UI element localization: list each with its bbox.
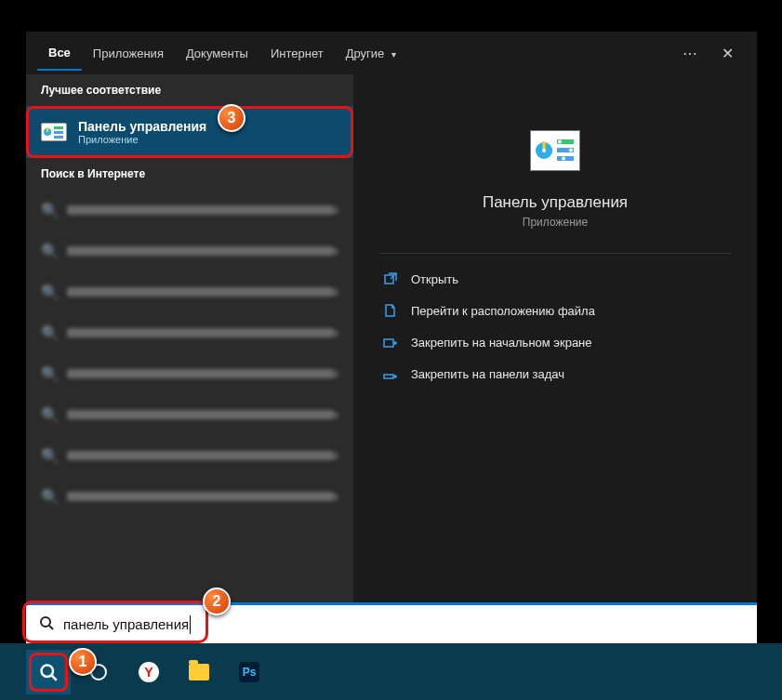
folder-icon xyxy=(383,303,398,318)
yandex-icon: Y xyxy=(139,662,159,682)
preview-sub: Приложение xyxy=(379,216,731,229)
preview-pane: Панель управления Приложение Открыть Пер… xyxy=(353,74,757,602)
chevron-right-icon: › xyxy=(334,202,338,218)
taskbar-yandex-button[interactable]: Y xyxy=(126,650,171,694)
svg-rect-13 xyxy=(384,339,393,347)
annotation-badge-1: 1 xyxy=(69,648,97,676)
action-pin-start-label: Закрепить на начальном экране xyxy=(411,336,592,350)
web-result[interactable]: 🔍› xyxy=(26,435,353,476)
taskbar: Y Ps xyxy=(0,643,782,700)
action-pin-taskbar[interactable]: Закрепить на панели задач xyxy=(379,358,731,390)
search-icon: 🔍 xyxy=(41,447,56,465)
web-result[interactable]: 🔍› xyxy=(26,190,353,231)
chevron-right-icon: › xyxy=(334,447,338,464)
tab-more[interactable]: Другие ▾ xyxy=(335,37,407,70)
preview-control-panel-icon xyxy=(530,130,580,171)
chevron-down-icon: ▾ xyxy=(391,49,396,59)
preview-title: Панель управления xyxy=(379,193,731,212)
search-tabs: Все Приложения Документы Интернет Другие… xyxy=(26,32,757,74)
search-flyout: Все Приложения Документы Интернет Другие… xyxy=(26,32,757,602)
annotation-badge-2: 2 xyxy=(203,588,231,615)
pin-taskbar-icon xyxy=(383,366,398,381)
best-match-header: Лучшее соответствие xyxy=(26,74,353,106)
action-location-label: Перейти к расположению файла xyxy=(411,304,595,318)
open-icon xyxy=(383,271,398,286)
taskbar-explorer-button[interactable] xyxy=(177,650,221,694)
tab-docs[interactable]: Документы xyxy=(175,37,259,70)
svg-rect-1 xyxy=(54,126,63,129)
search-icon: 🔍 xyxy=(41,324,56,342)
photoshop-icon: Ps xyxy=(239,662,259,682)
action-open-location[interactable]: Перейти к расположению файла xyxy=(379,295,731,326)
web-result[interactable]: 🔍› xyxy=(26,271,353,312)
search-icon: 🔍 xyxy=(41,284,56,301)
tab-web[interactable]: Интернет xyxy=(259,37,335,70)
search-input[interactable]: панель управления xyxy=(26,602,757,643)
tab-apps[interactable]: Приложения xyxy=(82,37,175,70)
tab-more-label: Другие xyxy=(346,46,385,60)
divider xyxy=(379,253,731,254)
web-result[interactable]: 🔍› xyxy=(26,353,353,394)
close-icon[interactable]: ✕ xyxy=(709,45,746,62)
search-icon: 🔍 xyxy=(41,202,56,219)
svg-rect-14 xyxy=(384,375,393,378)
screenshot-root: Все Приложения Документы Интернет Другие… xyxy=(0,0,782,700)
results-column: Лучшее соответствие Панель управления Пр… xyxy=(26,74,353,602)
web-search-header: Поиск в Интернете xyxy=(26,158,353,190)
flyout-body: Лучшее соответствие Панель управления Пр… xyxy=(26,74,757,602)
taskbar-photoshop-button[interactable]: Ps xyxy=(227,650,272,694)
web-result[interactable]: 🔍› xyxy=(26,394,353,435)
file-explorer-icon xyxy=(189,664,209,680)
search-input-value: панель управления xyxy=(63,616,189,632)
chevron-right-icon: › xyxy=(334,365,338,382)
chevron-right-icon: › xyxy=(334,243,338,259)
svg-point-16 xyxy=(42,665,54,677)
taskbar-search-button[interactable] xyxy=(26,650,71,694)
svg-rect-2 xyxy=(54,131,63,134)
tab-all[interactable]: Все xyxy=(37,36,82,71)
action-open-label: Открыть xyxy=(411,272,458,286)
search-icon: 🔍 xyxy=(41,243,56,260)
best-match-text: Панель управления Приложение xyxy=(78,119,206,145)
chevron-right-icon: › xyxy=(334,324,338,341)
web-result[interactable]: 🔍› xyxy=(26,231,353,271)
svg-point-10 xyxy=(569,149,573,152)
svg-point-15 xyxy=(41,617,50,627)
pin-start-icon xyxy=(383,335,398,350)
action-open[interactable]: Открыть xyxy=(379,263,731,295)
web-result[interactable]: 🔍› xyxy=(26,312,353,353)
svg-point-5 xyxy=(542,149,546,152)
search-icon xyxy=(39,615,54,634)
svg-point-9 xyxy=(558,140,562,144)
control-panel-icon xyxy=(41,123,67,141)
web-results-list: 🔍› 🔍› 🔍› 🔍› 🔍› 🔍› 🔍› 🔍› xyxy=(26,190,353,602)
more-options-icon[interactable]: ⋯ xyxy=(671,45,709,62)
best-match-title: Панель управления xyxy=(78,119,206,134)
text-caret xyxy=(190,615,191,634)
chevron-right-icon: › xyxy=(334,406,338,423)
action-pin-taskbar-label: Закрепить на панели задач xyxy=(411,367,564,381)
best-match-result[interactable]: Панель управления Приложение xyxy=(26,106,353,158)
search-icon: 🔍 xyxy=(41,488,56,506)
svg-rect-3 xyxy=(54,136,63,139)
chevron-right-icon: › xyxy=(334,284,338,300)
best-match-sub: Приложение xyxy=(78,134,206,145)
search-icon: 🔍 xyxy=(41,365,56,383)
annotation-badge-3: 3 xyxy=(218,104,245,132)
web-result[interactable]: 🔍› xyxy=(26,476,353,517)
svg-point-11 xyxy=(562,157,565,161)
chevron-right-icon: › xyxy=(334,488,338,505)
action-pin-start[interactable]: Закрепить на начальном экране xyxy=(379,326,731,358)
search-icon: 🔍 xyxy=(41,406,56,424)
